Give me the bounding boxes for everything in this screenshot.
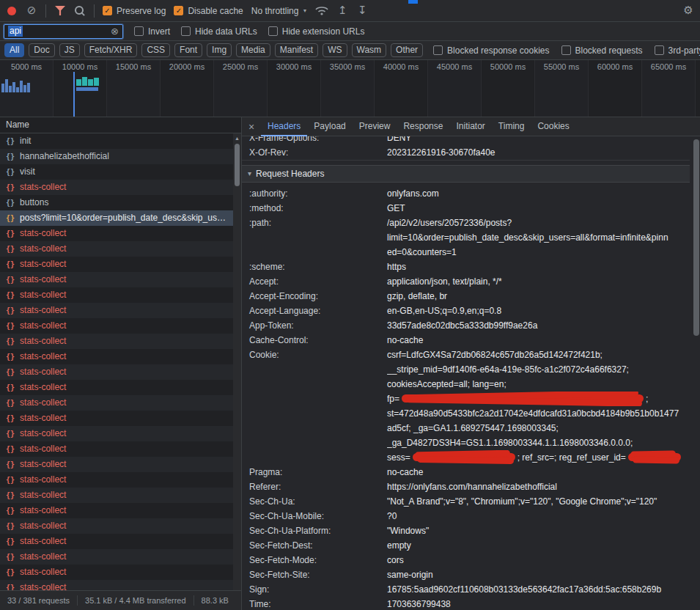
request-row[interactable]: {}stats-collect — [0, 364, 241, 380]
header-value-text: 1703636799438 — [387, 599, 451, 609]
type-filter-ws[interactable]: WS — [323, 43, 347, 57]
type-filter-fetch-xhr[interactable]: Fetch/XHR — [84, 43, 138, 57]
request-type-icon: {} — [6, 164, 15, 180]
request-row[interactable]: {}stats-collect — [0, 180, 241, 195]
filter-toggle-button[interactable] — [54, 4, 66, 18]
tab-timing[interactable]: Timing — [492, 117, 531, 136]
request-row[interactable]: {}stats-collect — [0, 349, 241, 364]
header-name: Sec-Ch-Ua: — [242, 494, 387, 509]
overview-timeline[interactable]: 5000 ms10000 ms15000 ms20000 ms25000 ms3… — [0, 60, 700, 117]
header-value-line: gzip, deflate, br — [387, 289, 690, 304]
request-row[interactable]: {}stats-collect — [0, 272, 241, 287]
type-filter-js[interactable]: JS — [59, 43, 80, 57]
type-filter-wasm[interactable]: Wasm — [352, 43, 387, 57]
tab-initiator[interactable]: Initiator — [449, 117, 491, 136]
request-list-scrollbar[interactable]: ▲ — [233, 133, 241, 590]
type-filter-all[interactable]: All — [4, 43, 24, 57]
request-row[interactable]: {}stats-collect — [0, 441, 241, 457]
clear-network-log-button[interactable]: ⊘ — [26, 4, 37, 18]
header-name: Sec-Ch-Ua-Platform: — [242, 523, 387, 538]
import-har-button[interactable]: ↥ — [336, 4, 348, 18]
type-filter-font[interactable]: Font — [174, 43, 202, 57]
invert-checkbox[interactable]: Invert — [134, 26, 170, 37]
blocked-requests-label: Blocked requests — [575, 45, 643, 56]
network-conditions-button[interactable] — [315, 4, 328, 18]
timeline-band: 25000 ms — [214, 60, 268, 117]
request-row[interactable]: {}stats-collect — [0, 472, 241, 488]
tab-response[interactable]: Response — [397, 117, 449, 136]
request-name: init — [20, 133, 43, 149]
3rd-party-requests-checkbox[interactable]: 3rd-party requests — [655, 45, 700, 56]
request-row[interactable]: {}stats-collect — [0, 580, 241, 590]
header-value: GET — [387, 201, 690, 216]
request-row[interactable]: {}stats-collect — [0, 334, 241, 349]
throttling-dropdown[interactable]: No throttling ▼ — [251, 6, 308, 16]
tab-preview[interactable]: Preview — [353, 117, 397, 136]
scrollbar-thumb[interactable] — [693, 139, 699, 336]
export-har-button[interactable]: ↧ — [356, 4, 368, 18]
request-row[interactable]: {}stats-collect — [0, 303, 241, 318]
blocked-response-cookies-checkbox[interactable]: Blocked response cookies — [433, 45, 549, 56]
scroll-up-icon[interactable]: ▲ — [233, 133, 241, 143]
hide-extension-urls-checkbox[interactable]: Hide extension URLs — [268, 26, 365, 37]
search-button[interactable] — [74, 4, 86, 18]
type-filter-media[interactable]: Media — [236, 43, 270, 57]
filter-input[interactable]: api ⊗ — [4, 24, 123, 39]
request-row[interactable]: {}stats-collect — [0, 411, 241, 426]
request-row[interactable]: {}stats-collect — [0, 257, 241, 272]
hide-data-urls-checkbox[interactable]: Hide data URLs — [181, 26, 257, 37]
disable-cache-checkbox[interactable]: ✓ Disable cache — [174, 6, 243, 16]
settings-button[interactable]: ⚙ — [682, 4, 694, 18]
tab-payload[interactable]: Payload — [307, 117, 352, 136]
request-row[interactable]: {}stats-collect — [0, 457, 241, 472]
request-row[interactable]: {}stats-collect — [0, 395, 241, 411]
request-name: stats-collect — [20, 303, 78, 318]
request-row[interactable]: {}stats-collect — [0, 488, 241, 503]
scrollbar-thumb[interactable] — [235, 144, 240, 186]
tab-cookies[interactable]: Cookies — [531, 117, 575, 136]
response-headers-tail: X-Frame-Options:DENYX-Of-Rev:20231226191… — [242, 136, 690, 161]
request-headers-section[interactable]: ▾ Request Headers — [242, 165, 690, 183]
header-name: Referer: — [242, 479, 387, 494]
request-row[interactable]: {}stats-collect — [0, 318, 241, 334]
request-row[interactable]: {}stats-collect — [0, 226, 241, 241]
request-row[interactable]: {}stats-collect — [0, 518, 241, 534]
header-value: csrf=LdfcGX4Sa72db06824c657db26a5d142472… — [387, 348, 690, 465]
header-row: Sec-Ch-Ua:"Not_A Brand";v="8", "Chromium… — [242, 494, 690, 509]
header-value-line: cookiesAccepted=all; lang=en; — [387, 377, 690, 392]
blocked-response-cookies-label: Blocked response cookies — [447, 45, 549, 56]
request-row[interactable]: {}visit — [0, 164, 241, 180]
request-name: stats-collect — [20, 180, 78, 195]
request-row[interactable]: {}stats-collect — [0, 565, 241, 580]
request-row[interactable]: {}hannahelizabethofficial — [0, 149, 241, 164]
details-scrollbar[interactable] — [693, 136, 700, 610]
request-row[interactable]: {}stats-collect — [0, 241, 241, 257]
request-row[interactable]: {}posts?limit=10&order=publish_date_desc… — [0, 210, 241, 226]
header-value-text: GET — [387, 203, 405, 213]
preserve-log-checkbox[interactable]: ✓ Preserve log — [103, 6, 166, 16]
request-row[interactable]: {}stats-collect — [0, 380, 241, 395]
header-value-line: sess=; ref_src=; reg_ref_user_id= — [387, 450, 690, 465]
type-filter-doc[interactable]: Doc — [29, 43, 54, 57]
request-type-icon: {} — [6, 472, 15, 488]
close-details-button[interactable]: × — [242, 121, 261, 133]
record-button[interactable] — [6, 4, 18, 18]
request-row[interactable]: {}stats-collect — [0, 287, 241, 303]
header-value: https://onlyfans.com/hannahelizabethoffi… — [387, 479, 690, 494]
request-row[interactable]: {}stats-collect — [0, 549, 241, 565]
request-row[interactable]: {}stats-collect — [0, 426, 241, 441]
clear-filter-icon[interactable]: ⊗ — [111, 26, 119, 36]
blocked-requests-checkbox[interactable]: Blocked requests — [561, 45, 643, 56]
request-row[interactable]: {}stats-collect — [0, 503, 241, 518]
tab-headers[interactable]: Headers — [261, 117, 307, 136]
type-filter-img[interactable]: Img — [207, 43, 232, 57]
header-value-text: csrf=LdfcGX4Sa72db06824c657db26a5d142472… — [387, 350, 603, 360]
request-row[interactable]: {}buttons — [0, 195, 241, 210]
timeline-label: 40000 ms — [383, 62, 419, 71]
request-row[interactable]: {}init — [0, 133, 241, 149]
type-filter-other[interactable]: Other — [391, 43, 423, 57]
type-filter-manifest[interactable]: Manifest — [275, 43, 318, 57]
name-column-header[interactable]: Name — [0, 117, 241, 133]
request-row[interactable]: {}stats-collect — [0, 534, 241, 549]
type-filter-css[interactable]: CSS — [141, 43, 170, 57]
